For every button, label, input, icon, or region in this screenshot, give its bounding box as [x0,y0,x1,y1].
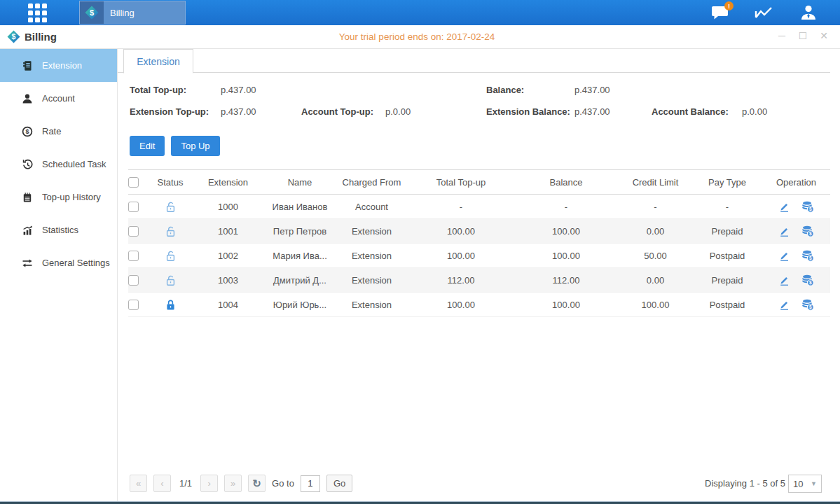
extension-balance-label: Extension Balance: [486,106,570,117]
cell-charged-from: Account [335,195,408,219]
cell-extension: 1002 [191,244,265,268]
sidebar-item-label: Scheduled Task [42,159,106,169]
taskbar-tab-billing[interactable]: $ Billing [79,1,186,24]
tab-extension[interactable]: Extension [123,49,193,74]
cell-total-topup: 112.00 [408,268,514,293]
first-page-button[interactable]: « [130,475,147,492]
minimize-button[interactable]: ─ [776,29,788,42]
cell-total-topup: 100.00 [408,244,514,268]
col-pay-type: Pay Type [692,170,762,195]
page-size-value: 10 [793,479,803,489]
window-titlebar: $ Billing Your trial period ends on: 201… [0,25,840,49]
sidebar-item-account[interactable]: Account [0,82,117,115]
refresh-button[interactable]: ↻ [248,475,266,492]
cell-name: Петр Петров [265,219,335,244]
unlocked-icon [165,201,177,213]
account-balance-value: p.0.00 [742,106,767,117]
row-checkbox[interactable] [128,202,139,212]
goto-page-input[interactable] [301,475,320,492]
last-page-button[interactable]: » [224,475,242,492]
status-lock-icon [165,250,177,262]
pencil-icon [778,201,790,213]
app-launcher-button[interactable] [25,3,49,22]
cell-pay-type: Postpaid [692,293,762,317]
total-topup-value: p.437.00 [221,85,256,95]
col-extension: Extension [191,170,265,195]
row-checkbox[interactable] [128,275,139,286]
chevron-down-icon: ▼ [811,480,817,487]
cell-extension: 1003 [191,268,265,293]
extension-topup-label: Extension Top-up: [130,106,209,117]
sidebar-item-statistics[interactable]: Statistics [0,214,117,246]
col-status: Status [149,170,191,195]
status-lock-icon [165,201,177,213]
extension-balance-value: p.437.00 [574,106,610,117]
edit-button[interactable]: Edit [130,136,165,156]
locked-icon [165,299,177,311]
billing-diamond-icon: $ [7,30,20,43]
table-row: 1000 Иван Иванов Account - - - - [128,195,830,219]
col-name: Name [265,170,335,195]
row-topup-button[interactable]: $ [801,249,814,262]
cell-credit-limit: 50.00 [619,244,692,268]
user-icon [799,4,818,22]
sidebar-item-extension[interactable]: Extension [0,49,117,82]
row-checkbox[interactable] [128,300,139,310]
select-all-checkbox[interactable] [128,177,139,188]
cell-charged-from: Extension [335,219,408,244]
main-content: Extension Total Top-up: p.437.00 Balance… [118,49,840,501]
cell-pay-type: Postpaid [692,244,762,268]
ledger-icon [22,60,33,71]
coins-icon: $ [801,274,814,286]
row-edit-button[interactable] [778,201,790,213]
row-edit-button[interactable] [778,274,790,286]
row-checkbox[interactable] [128,251,139,261]
prev-page-button[interactable]: ‹ [153,475,171,492]
billing-diamond-icon: $ [80,1,104,24]
cell-balance: 100.00 [514,219,619,244]
row-edit-button[interactable] [778,299,790,311]
notifications-button[interactable]: ! [710,3,731,22]
maximize-button[interactable]: ☐ [797,29,809,42]
cell-charged-from: Extension [335,293,408,317]
cell-name: Иван Иванов [265,195,335,219]
cell-credit-limit: - [619,195,692,219]
row-edit-button[interactable] [778,225,790,237]
sidebar-item-scheduled-task[interactable]: Scheduled Task [0,148,117,181]
unlocked-icon [165,225,177,237]
cell-name: Мария Ива... [265,244,335,268]
sidebar-item-general-settings[interactable]: General Settings [0,246,117,279]
svg-text:$: $ [809,280,812,286]
sidebar-item-rate[interactable]: $ Rate [0,115,117,148]
row-topup-button[interactable]: $ [801,225,814,237]
sidebar: Extension Account $ Rate Scheduled Task [0,49,118,501]
svg-text:$: $ [25,128,29,135]
trial-message: Your trial period ends on: 2017-02-24 [339,31,495,42]
cell-pay-type: - [692,195,762,219]
col-balance: Balance [514,170,619,195]
top-up-button[interactable]: Top Up [171,136,219,156]
svg-text:$: $ [90,8,95,17]
notepad-icon [22,192,33,203]
cell-balance: 100.00 [514,293,619,317]
user-account-button[interactable] [798,3,819,22]
sidebar-item-topup-history[interactable]: Top-up History [0,181,117,214]
svg-text:$: $ [809,206,812,212]
page-size-select[interactable]: 10 ▼ [788,475,822,493]
row-topup-button[interactable]: $ [801,200,814,213]
account-topup-label: Account Top-up: [301,106,373,117]
goto-label: Go to [272,478,294,489]
resource-monitor-button[interactable] [754,3,775,22]
table-header-row: Status Extension Name Charged From Total… [128,170,830,195]
cell-extension: 1004 [191,293,265,317]
row-topup-button[interactable]: $ [801,298,814,311]
row-checkbox[interactable] [128,226,139,237]
next-page-button[interactable]: › [200,475,218,492]
col-total-topup: Total Top-up [408,170,514,195]
cell-balance: 100.00 [514,244,619,268]
pagination: « ‹ 1/1 › » ↻ Go to Go [130,475,352,492]
go-button[interactable]: Go [326,475,352,492]
close-button[interactable]: ✕ [818,29,830,42]
row-topup-button[interactable]: $ [801,274,814,286]
row-edit-button[interactable] [778,250,790,262]
